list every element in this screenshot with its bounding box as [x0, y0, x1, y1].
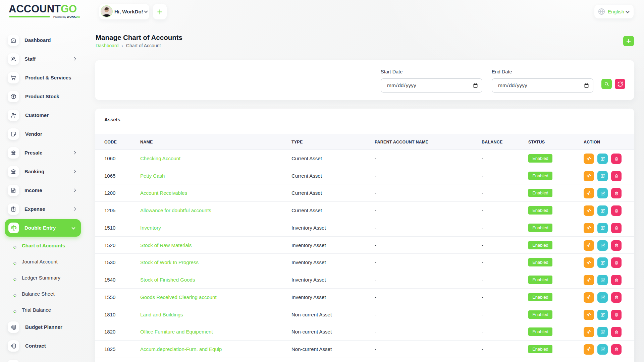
- svg-text:$: $: [11, 326, 12, 329]
- svg-text:$: $: [11, 345, 12, 348]
